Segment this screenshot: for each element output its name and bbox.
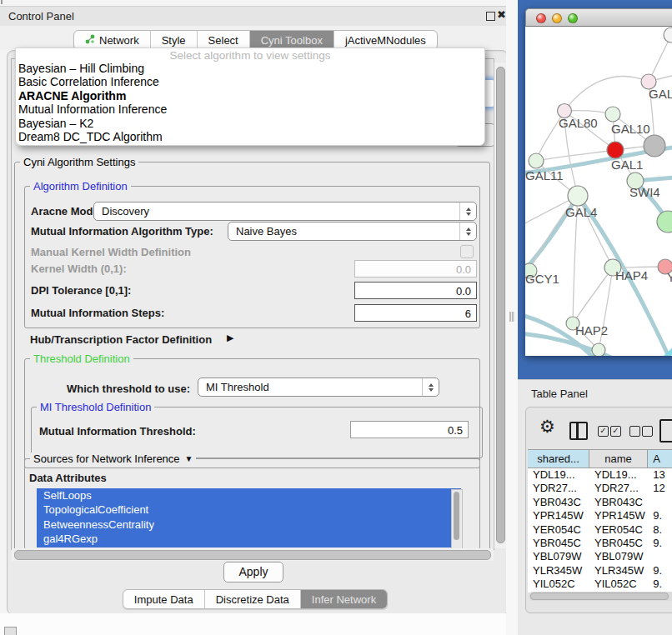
- mi-steps-input[interactable]: 6: [354, 304, 477, 322]
- tab-style[interactable]: Style: [151, 31, 198, 49]
- table-row[interactable]: YIL052CYIL052C9.: [528, 578, 672, 591]
- group-title-row: Sources for Network Inference ▼: [30, 452, 196, 465]
- table-row[interactable]: YBR045CYBR045C9.: [528, 537, 672, 550]
- tab-infer-network[interactable]: Infer Network: [301, 590, 387, 608]
- table-row[interactable]: YDR27...YDR27...12: [528, 482, 672, 495]
- window-zoom-traffic-icon[interactable]: [568, 13, 578, 23]
- kernel-width-input[interactable]: 0.0: [354, 260, 477, 278]
- network-node-label: GAL11: [525, 168, 564, 182]
- algorithm-option[interactable]: ARACNE Algorithm: [16, 89, 484, 102]
- control-panel-titlebar: Control Panel ✖: [0, 6, 510, 28]
- table-row[interactable]: YLR345WYLR345W9.: [528, 564, 672, 578]
- corner-tick: [1, 0, 3, 4]
- network-node-label: GAL: [649, 87, 672, 101]
- unchecked-box-icon-1[interactable]: [629, 426, 640, 437]
- checked-box-icon-2[interactable]: ✓: [610, 426, 621, 437]
- expand-down-icon[interactable]: ▼: [185, 454, 193, 463]
- attribute-item[interactable]: gal4RGexp: [37, 532, 461, 546]
- tab-discretize-data[interactable]: Discretize Data: [205, 590, 301, 608]
- cell-value: [648, 496, 672, 509]
- cell-name: YIL052C: [589, 578, 648, 591]
- algorithm-option[interactable]: Dream8 DC_TDC Algorithm: [16, 130, 484, 143]
- network-node-GAL4[interactable]: [568, 186, 588, 206]
- divider-grip-icon[interactable]: [509, 312, 515, 322]
- tab-impute-data[interactable]: Impute Data: [123, 590, 205, 608]
- kernel-width-label: Kernel Width (0,1):: [31, 262, 127, 275]
- network-canvas[interactable]: GALGAL80GAL10GAL1GAL11SWI4GAL4GCY1HAP4YH…: [525, 27, 672, 356]
- data-attributes-list[interactable]: SelfLoopsTopologicalCoefficientBetweenne…: [37, 488, 461, 548]
- node-table: shared...nameA YDL19...YDL19...13YDR27..…: [528, 449, 672, 592]
- settings-vertical-scrollbar[interactable]: [494, 62, 506, 548]
- table-row[interactable]: YPR145WYPR145W9.: [528, 509, 672, 522]
- network-node-GAL10[interactable]: [605, 107, 620, 122]
- bottom-tabbar: Impute DataDiscretize DataInfer Network: [123, 589, 388, 609]
- algorithm-option[interactable]: Bayesian – K2: [16, 117, 484, 130]
- attribute-item[interactable]: SelfLoops: [37, 488, 461, 502]
- column-header-1[interactable]: shared...: [528, 450, 589, 468]
- network-node-label: GAL4: [565, 205, 597, 219]
- checked-box-icon-1[interactable]: ✓: [598, 426, 609, 437]
- algorithm-option[interactable]: Basic Correlation Inference: [16, 75, 484, 88]
- sources-title: Sources for Network Inference: [33, 452, 180, 465]
- cell-shared-name: YLR345W: [528, 564, 589, 578]
- aracne-mode-label: Aracne Mode:: [31, 205, 103, 218]
- cell-value: [648, 550, 672, 563]
- columns-icon[interactable]: [569, 422, 588, 440]
- window-close-traffic-icon[interactable]: [536, 13, 546, 23]
- attribute-item[interactable]: TopologicalCoefficient: [37, 502, 461, 517]
- which-threshold-select[interactable]: MI Threshold: [198, 378, 439, 397]
- network-window-titlebar[interactable]: [525, 8, 672, 27]
- group-title: MI Threshold Definition: [37, 401, 154, 413]
- cell-name: YPR145W: [589, 509, 648, 522]
- tab-cyni-toolbox[interactable]: Cyni Toolbox: [250, 31, 334, 49]
- aracne-mode-select[interactable]: Discovery: [93, 202, 477, 221]
- network-node-GAL11[interactable]: [529, 153, 544, 168]
- stepper-icon: [459, 222, 476, 240]
- column-header-3[interactable]: A: [648, 450, 672, 468]
- table-row[interactable]: YER054CYER054C8.: [528, 523, 672, 537]
- attribute-item[interactable]: BetweennessCentrality: [37, 518, 461, 532]
- mi-threshold-input[interactable]: 0.5: [350, 421, 469, 438]
- network-node-big-green[interactable]: [657, 211, 672, 232]
- window-minimize-traffic-icon[interactable]: [552, 13, 562, 23]
- float-panel-icon[interactable]: [486, 12, 495, 21]
- cell-value: 8.: [648, 523, 672, 537]
- table-row[interactable]: YBL079WYBL079W: [528, 550, 672, 563]
- mi-algorithm-type-select[interactable]: Naive Bayes: [228, 222, 477, 241]
- manual-kernel-checkbox[interactable]: [460, 245, 474, 258]
- document-icon[interactable]: [659, 419, 672, 442]
- table-header-row: shared...nameA: [528, 449, 672, 468]
- dpi-tolerance-input[interactable]: 0.0: [354, 282, 477, 299]
- hub-definition-toggle-label[interactable]: Hub/Transcription Factor Definition: [30, 333, 212, 346]
- settings-horizontal-scrollbar[interactable]: [12, 548, 494, 561]
- network-node-label: Y: [667, 270, 672, 284]
- tab-network[interactable]: Network: [74, 31, 151, 49]
- apply-button[interactable]: Apply: [223, 562, 283, 582]
- network-node-label: GAL10: [611, 122, 650, 136]
- tab-jactivemnodules[interactable]: jActiveMNodules: [334, 31, 437, 49]
- group-title: Cyni Algorithm Settings: [20, 156, 138, 168]
- network-node-GAL1[interactable]: [607, 142, 624, 158]
- network-node-top-partial[interactable]: [664, 28, 672, 42]
- collapsed-panel-icon[interactable]: [4, 627, 17, 635]
- table-row[interactable]: YDL19...YDL19...13: [528, 468, 672, 482]
- dpi-tolerance-label: DPI Tolerance [0,1]:: [31, 284, 131, 297]
- table-row[interactable]: YBR043CYBR043C: [528, 496, 672, 509]
- left-bottom-area: [0, 613, 506, 635]
- tab-select[interactable]: Select: [198, 31, 250, 49]
- algorithm-option[interactable]: Bayesian – Hill Climbing: [16, 62, 484, 75]
- network-node-bottom-partial[interactable]: [592, 343, 605, 356]
- network-node-label: SWI4: [629, 185, 660, 199]
- table-horizontal-scrollbar[interactable]: [529, 592, 672, 601]
- column-header-2[interactable]: name: [589, 450, 648, 468]
- tab-label: Style: [162, 34, 186, 47]
- cell-value: 9.: [648, 564, 672, 578]
- gear-icon[interactable]: ⚙: [539, 418, 555, 435]
- collapse-right-icon[interactable]: ▶: [227, 332, 233, 343]
- attributes-scrollbar[interactable]: [451, 489, 463, 549]
- close-icon[interactable]: ✖: [497, 8, 506, 21]
- network-node-gray-node[interactable]: [644, 135, 665, 157]
- algorithm-option[interactable]: Mutual Information Inference: [16, 102, 484, 116]
- unchecked-box-icon-2[interactable]: [642, 426, 653, 437]
- network-node-label: GAL80: [559, 116, 598, 130]
